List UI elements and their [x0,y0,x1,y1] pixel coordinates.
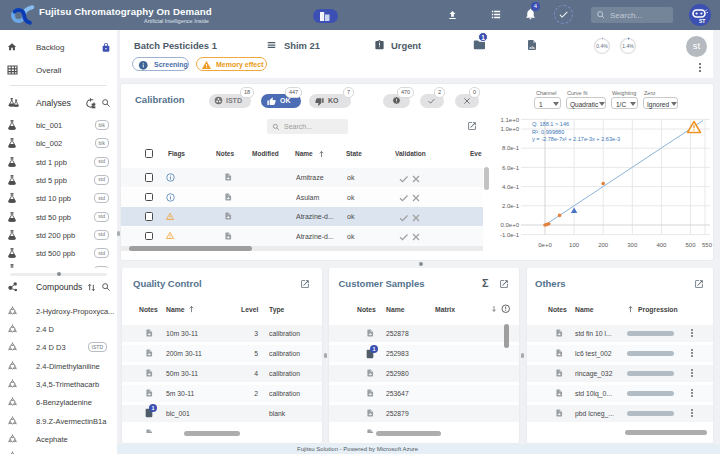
svg-text:300: 300 [627,242,638,248]
svg-text:4.0e-1: 4.0e-1 [502,184,520,190]
svg-text:400: 400 [656,242,667,248]
svg-text:1.1e+0: 1.1e+0 [500,117,519,123]
svg-text:y = -2.78e-7x² + 2.17e-3x + 2.: y = -2.78e-7x² + 2.17e-3x + 2.63e-3 [532,136,620,142]
svg-text:1.0e+0: 1.0e+0 [500,126,519,132]
svg-text:8.0e-1: 8.0e-1 [502,145,520,151]
svg-text:200: 200 [598,242,609,248]
svg-text:550: 550 [702,242,713,248]
svg-text:0.4%: 0.4% [596,43,608,49]
svg-text:500: 500 [685,242,696,248]
svg-text:R²: 0.999880: R²: 0.999880 [532,129,564,135]
svg-text:100: 100 [569,242,580,248]
svg-text:1.4%: 1.4% [622,43,634,49]
svg-text:0e+0: 0e+0 [538,242,552,248]
svg-text:6.0e-1: 6.0e-1 [502,165,520,171]
svg-text:0.0e+0: 0.0e+0 [500,222,519,228]
svg-text:-1.0e-1: -1.0e-1 [500,232,520,238]
svg-text:Q: 188.1 > 146: Q: 188.1 > 146 [532,121,569,127]
svg-text:xls: xls [529,45,535,50]
svg-text:2.0e-1: 2.0e-1 [502,203,520,209]
